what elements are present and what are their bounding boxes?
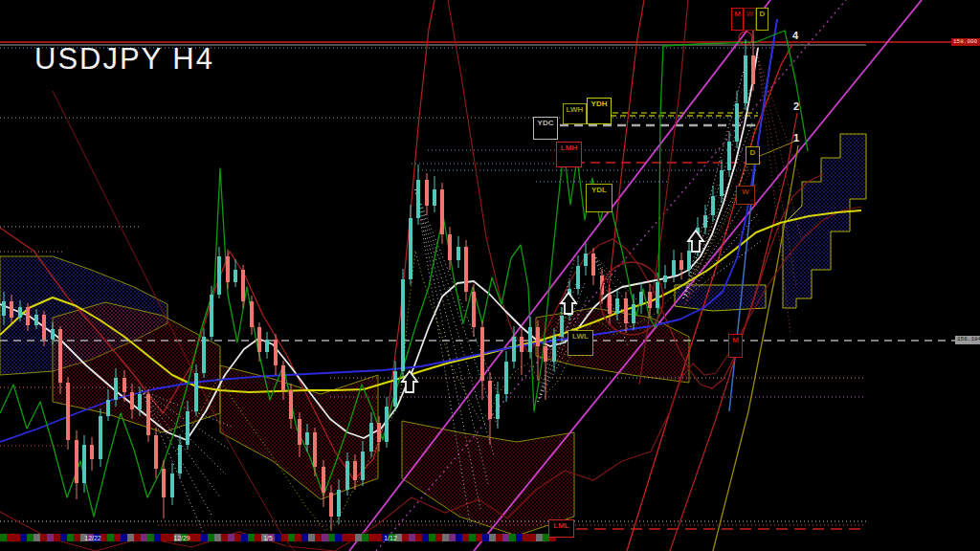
- candle-body: [217, 256, 221, 295]
- time-axis-label: 12/22: [84, 535, 101, 541]
- candle-body: [234, 270, 237, 282]
- candle-body: [274, 340, 278, 365]
- candle-body: [345, 461, 349, 490]
- candle-body: [353, 461, 357, 480]
- candle-body: [210, 295, 213, 337]
- wave-number-1: 1: [793, 132, 799, 143]
- price-chart-canvas[interactable]: 12/2212/291/51/12: [0, 0, 980, 551]
- candle-body: [10, 301, 13, 318]
- candle-body: [377, 423, 381, 442]
- strip-block: [409, 534, 415, 541]
- strip-block: [523, 534, 529, 541]
- red-cloud-3: [402, 421, 574, 536]
- candle-body: [138, 394, 142, 409]
- candle-body: [289, 390, 293, 419]
- target-box-w[interactable]: W: [736, 186, 755, 205]
- candle-body: [58, 329, 62, 383]
- strip-block: [435, 534, 442, 541]
- candle-body: [457, 247, 460, 260]
- candle-body: [241, 270, 245, 301]
- level-label-lwh[interactable]: LWH: [563, 103, 587, 124]
- candle-body: [433, 189, 436, 206]
- candle-body: [608, 295, 612, 314]
- candle-body: [711, 196, 715, 215]
- candle-body: [106, 400, 110, 416]
- level-label-lml[interactable]: LML: [548, 519, 574, 538]
- level-label-lwl[interactable]: LWL: [568, 330, 593, 356]
- strip-block: [100, 534, 107, 541]
- yellow-fan-1: [713, 145, 798, 551]
- strip-block: [27, 534, 33, 541]
- candle-body: [257, 327, 261, 352]
- candle-body: [735, 103, 739, 142]
- target-box-m[interactable]: M: [728, 334, 743, 358]
- strip-block: [529, 534, 536, 541]
- strip-block: [489, 534, 496, 541]
- candle-body: [34, 315, 38, 325]
- candle-body: [250, 301, 254, 327]
- strip-block: [442, 534, 449, 541]
- strip-block: [74, 534, 80, 541]
- candle-body: [720, 170, 724, 196]
- candle-body: [528, 327, 532, 352]
- up-arrow-marker[interactable]: [688, 231, 703, 252]
- candle-body: [298, 419, 301, 445]
- candle-body: [727, 142, 731, 170]
- strip-block: [147, 534, 154, 541]
- strip-block: [308, 534, 315, 541]
- level-label-ydh[interactable]: YDH: [587, 98, 612, 124]
- candle-body: [632, 304, 635, 323]
- candle-body: [18, 307, 22, 318]
- candle-body: [464, 247, 468, 292]
- strip-block: [127, 534, 134, 541]
- candle-body: [281, 365, 285, 390]
- candle-body: [512, 337, 516, 362]
- strip-block: [429, 534, 435, 541]
- upper-red-price-tag: 158.000: [951, 38, 980, 46]
- period-box-d[interactable]: D: [756, 8, 768, 31]
- candle-body: [186, 411, 189, 445]
- period-box-m[interactable]: M: [731, 8, 744, 31]
- strip-block: [476, 534, 482, 541]
- strip-block: [322, 534, 328, 541]
- candle-body: [656, 282, 659, 308]
- candle-body: [448, 234, 452, 260]
- candle-body: [744, 55, 747, 103]
- strip-block: [248, 534, 255, 541]
- strip-block: [449, 534, 456, 541]
- candle-body: [672, 260, 676, 276]
- strip-block: [67, 534, 74, 541]
- candle-body: [520, 337, 523, 352]
- candle-body: [329, 493, 333, 517]
- candle-body: [322, 467, 325, 493]
- period-box-w[interactable]: W: [744, 8, 756, 31]
- strip-block: [362, 534, 368, 541]
- strip-block: [255, 534, 261, 541]
- strip-block: [368, 534, 375, 541]
- candle-body: [42, 315, 46, 340]
- candle-body: [496, 394, 500, 419]
- level-label-ydc[interactable]: YDC: [533, 117, 558, 140]
- strip-block: [355, 534, 362, 541]
- candle-body: [703, 215, 707, 228]
- candle-body: [591, 253, 595, 276]
- level-label-ydl[interactable]: YDL: [586, 184, 612, 212]
- candle-body: [337, 490, 341, 517]
- candle-body: [122, 378, 126, 392]
- fan-rally-w: [683, 55, 747, 298]
- candle-body: [544, 346, 547, 362]
- strip-block: [288, 534, 295, 541]
- strip-block: [402, 534, 409, 541]
- candle-body: [648, 292, 652, 308]
- candle-body: [393, 371, 397, 407]
- chart-window: 12/2212/291/51/12 USDJPY H4 LWHYDHYDCLMH…: [0, 0, 980, 551]
- candle-body: [178, 445, 182, 474]
- target-box-d[interactable]: D: [746, 146, 760, 165]
- candle-body: [480, 327, 484, 381]
- candle-body: [26, 307, 30, 325]
- candle-body: [202, 337, 206, 373]
- strip-block: [214, 534, 221, 541]
- level-label-lmh[interactable]: LMH: [556, 142, 582, 167]
- candle-body: [385, 407, 389, 442]
- strip-block: [502, 534, 509, 541]
